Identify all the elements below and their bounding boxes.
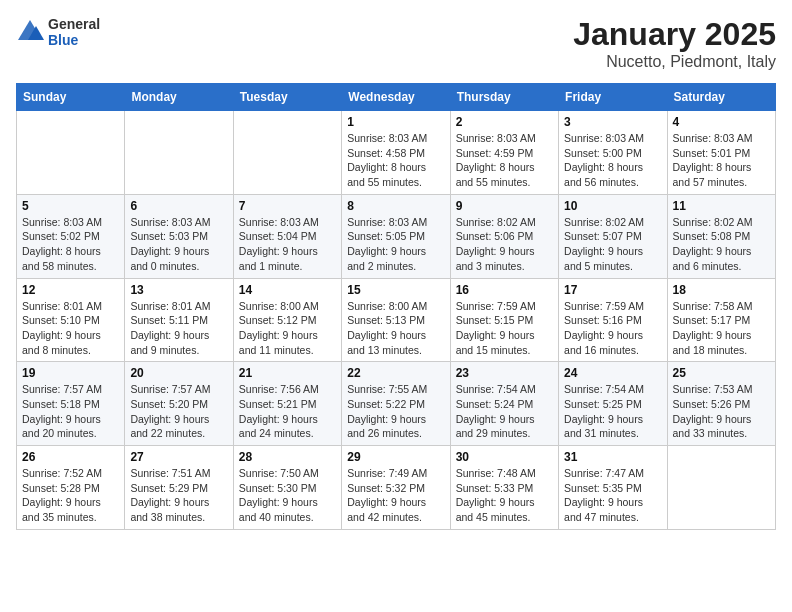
day-info: Sunrise: 8:03 AMSunset: 5:02 PMDaylight:… xyxy=(22,215,119,274)
day-info: Sunrise: 8:02 AMSunset: 5:06 PMDaylight:… xyxy=(456,215,553,274)
logo-general: General xyxy=(48,16,100,32)
calendar-cell xyxy=(667,446,775,530)
day-info: Sunrise: 7:57 AMSunset: 5:18 PMDaylight:… xyxy=(22,382,119,441)
day-number: 31 xyxy=(564,450,661,464)
day-info: Sunrise: 7:49 AMSunset: 5:32 PMDaylight:… xyxy=(347,466,444,525)
day-info: Sunrise: 7:48 AMSunset: 5:33 PMDaylight:… xyxy=(456,466,553,525)
day-number: 19 xyxy=(22,366,119,380)
column-header-monday: Monday xyxy=(125,84,233,111)
calendar-week-row: 19Sunrise: 7:57 AMSunset: 5:18 PMDayligh… xyxy=(17,362,776,446)
calendar-cell: 6Sunrise: 8:03 AMSunset: 5:03 PMDaylight… xyxy=(125,194,233,278)
day-info: Sunrise: 7:47 AMSunset: 5:35 PMDaylight:… xyxy=(564,466,661,525)
day-number: 2 xyxy=(456,115,553,129)
calendar: SundayMondayTuesdayWednesdayThursdayFrid… xyxy=(16,83,776,530)
day-info: Sunrise: 8:01 AMSunset: 5:10 PMDaylight:… xyxy=(22,299,119,358)
day-info: Sunrise: 8:00 AMSunset: 5:13 PMDaylight:… xyxy=(347,299,444,358)
day-number: 8 xyxy=(347,199,444,213)
calendar-cell: 4Sunrise: 8:03 AMSunset: 5:01 PMDaylight… xyxy=(667,111,775,195)
calendar-header-row: SundayMondayTuesdayWednesdayThursdayFrid… xyxy=(17,84,776,111)
calendar-cell: 5Sunrise: 8:03 AMSunset: 5:02 PMDaylight… xyxy=(17,194,125,278)
column-header-saturday: Saturday xyxy=(667,84,775,111)
day-number: 21 xyxy=(239,366,336,380)
calendar-cell: 19Sunrise: 7:57 AMSunset: 5:18 PMDayligh… xyxy=(17,362,125,446)
calendar-cell: 25Sunrise: 7:53 AMSunset: 5:26 PMDayligh… xyxy=(667,362,775,446)
day-number: 29 xyxy=(347,450,444,464)
calendar-cell: 18Sunrise: 7:58 AMSunset: 5:17 PMDayligh… xyxy=(667,278,775,362)
day-info: Sunrise: 8:03 AMSunset: 5:03 PMDaylight:… xyxy=(130,215,227,274)
page-header: General Blue January 2025 Nucetto, Piedm… xyxy=(16,16,776,71)
page-subtitle: Nucetto, Piedmont, Italy xyxy=(573,53,776,71)
calendar-cell xyxy=(233,111,341,195)
title-block: January 2025 Nucetto, Piedmont, Italy xyxy=(573,16,776,71)
day-number: 7 xyxy=(239,199,336,213)
day-info: Sunrise: 7:59 AMSunset: 5:15 PMDaylight:… xyxy=(456,299,553,358)
day-info: Sunrise: 7:50 AMSunset: 5:30 PMDaylight:… xyxy=(239,466,336,525)
day-info: Sunrise: 7:55 AMSunset: 5:22 PMDaylight:… xyxy=(347,382,444,441)
day-number: 18 xyxy=(673,283,770,297)
calendar-week-row: 12Sunrise: 8:01 AMSunset: 5:10 PMDayligh… xyxy=(17,278,776,362)
calendar-cell: 9Sunrise: 8:02 AMSunset: 5:06 PMDaylight… xyxy=(450,194,558,278)
calendar-cell: 17Sunrise: 7:59 AMSunset: 5:16 PMDayligh… xyxy=(559,278,667,362)
day-number: 25 xyxy=(673,366,770,380)
day-info: Sunrise: 7:52 AMSunset: 5:28 PMDaylight:… xyxy=(22,466,119,525)
column-header-tuesday: Tuesday xyxy=(233,84,341,111)
calendar-cell: 7Sunrise: 8:03 AMSunset: 5:04 PMDaylight… xyxy=(233,194,341,278)
column-header-thursday: Thursday xyxy=(450,84,558,111)
day-info: Sunrise: 7:51 AMSunset: 5:29 PMDaylight:… xyxy=(130,466,227,525)
day-info: Sunrise: 8:02 AMSunset: 5:07 PMDaylight:… xyxy=(564,215,661,274)
day-number: 9 xyxy=(456,199,553,213)
column-header-sunday: Sunday xyxy=(17,84,125,111)
day-number: 30 xyxy=(456,450,553,464)
calendar-cell: 14Sunrise: 8:00 AMSunset: 5:12 PMDayligh… xyxy=(233,278,341,362)
day-number: 17 xyxy=(564,283,661,297)
day-number: 11 xyxy=(673,199,770,213)
calendar-cell: 29Sunrise: 7:49 AMSunset: 5:32 PMDayligh… xyxy=(342,446,450,530)
day-number: 20 xyxy=(130,366,227,380)
calendar-cell xyxy=(125,111,233,195)
day-number: 4 xyxy=(673,115,770,129)
day-number: 26 xyxy=(22,450,119,464)
day-number: 15 xyxy=(347,283,444,297)
day-info: Sunrise: 7:53 AMSunset: 5:26 PMDaylight:… xyxy=(673,382,770,441)
day-info: Sunrise: 7:56 AMSunset: 5:21 PMDaylight:… xyxy=(239,382,336,441)
calendar-cell: 27Sunrise: 7:51 AMSunset: 5:29 PMDayligh… xyxy=(125,446,233,530)
calendar-cell: 2Sunrise: 8:03 AMSunset: 4:59 PMDaylight… xyxy=(450,111,558,195)
logo-icon xyxy=(16,18,44,46)
day-info: Sunrise: 7:54 AMSunset: 5:24 PMDaylight:… xyxy=(456,382,553,441)
day-number: 23 xyxy=(456,366,553,380)
day-info: Sunrise: 7:59 AMSunset: 5:16 PMDaylight:… xyxy=(564,299,661,358)
calendar-week-row: 26Sunrise: 7:52 AMSunset: 5:28 PMDayligh… xyxy=(17,446,776,530)
day-number: 13 xyxy=(130,283,227,297)
calendar-cell: 3Sunrise: 8:03 AMSunset: 5:00 PMDaylight… xyxy=(559,111,667,195)
day-info: Sunrise: 7:58 AMSunset: 5:17 PMDaylight:… xyxy=(673,299,770,358)
day-number: 10 xyxy=(564,199,661,213)
day-info: Sunrise: 7:57 AMSunset: 5:20 PMDaylight:… xyxy=(130,382,227,441)
day-number: 22 xyxy=(347,366,444,380)
calendar-cell xyxy=(17,111,125,195)
day-info: Sunrise: 8:03 AMSunset: 5:01 PMDaylight:… xyxy=(673,131,770,190)
calendar-cell: 31Sunrise: 7:47 AMSunset: 5:35 PMDayligh… xyxy=(559,446,667,530)
day-number: 27 xyxy=(130,450,227,464)
day-info: Sunrise: 7:54 AMSunset: 5:25 PMDaylight:… xyxy=(564,382,661,441)
day-number: 24 xyxy=(564,366,661,380)
day-number: 28 xyxy=(239,450,336,464)
calendar-cell: 12Sunrise: 8:01 AMSunset: 5:10 PMDayligh… xyxy=(17,278,125,362)
day-info: Sunrise: 8:03 AMSunset: 5:04 PMDaylight:… xyxy=(239,215,336,274)
day-number: 6 xyxy=(130,199,227,213)
calendar-cell: 10Sunrise: 8:02 AMSunset: 5:07 PMDayligh… xyxy=(559,194,667,278)
day-info: Sunrise: 8:03 AMSunset: 5:05 PMDaylight:… xyxy=(347,215,444,274)
calendar-cell: 8Sunrise: 8:03 AMSunset: 5:05 PMDaylight… xyxy=(342,194,450,278)
calendar-week-row: 1Sunrise: 8:03 AMSunset: 4:58 PMDaylight… xyxy=(17,111,776,195)
day-number: 14 xyxy=(239,283,336,297)
calendar-cell: 23Sunrise: 7:54 AMSunset: 5:24 PMDayligh… xyxy=(450,362,558,446)
day-info: Sunrise: 8:01 AMSunset: 5:11 PMDaylight:… xyxy=(130,299,227,358)
day-info: Sunrise: 8:03 AMSunset: 4:58 PMDaylight:… xyxy=(347,131,444,190)
calendar-cell: 30Sunrise: 7:48 AMSunset: 5:33 PMDayligh… xyxy=(450,446,558,530)
day-number: 1 xyxy=(347,115,444,129)
column-header-friday: Friday xyxy=(559,84,667,111)
calendar-cell: 21Sunrise: 7:56 AMSunset: 5:21 PMDayligh… xyxy=(233,362,341,446)
calendar-week-row: 5Sunrise: 8:03 AMSunset: 5:02 PMDaylight… xyxy=(17,194,776,278)
day-info: Sunrise: 8:00 AMSunset: 5:12 PMDaylight:… xyxy=(239,299,336,358)
day-number: 16 xyxy=(456,283,553,297)
calendar-cell: 11Sunrise: 8:02 AMSunset: 5:08 PMDayligh… xyxy=(667,194,775,278)
